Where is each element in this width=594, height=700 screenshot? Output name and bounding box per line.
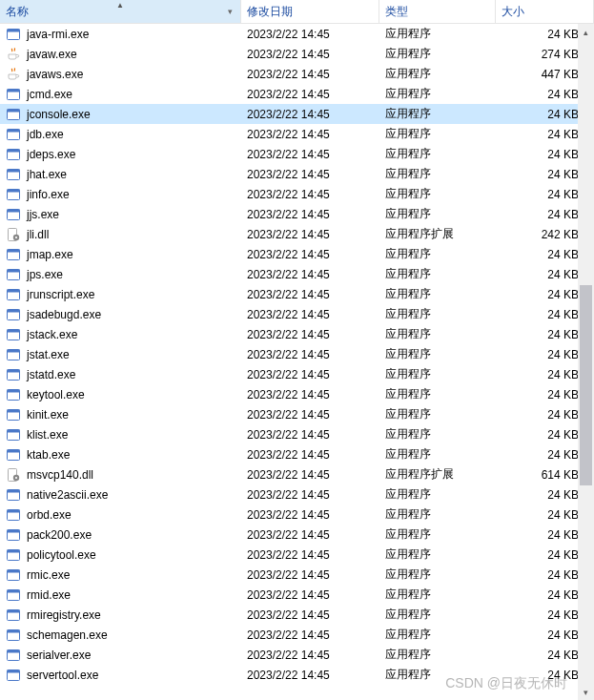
file-rows-container: java-rmi.exe2023/2/22 14:45应用程序24 KB jav… [0,24,594,685]
svg-rect-24 [8,289,20,292]
svg-rect-57 [8,609,20,612]
file-row[interactable]: jinfo.exe2023/2/22 14:45应用程序24 KB [0,184,594,204]
file-row[interactable]: jcmd.exe2023/2/22 14:45应用程序24 KB [0,84,594,104]
file-row[interactable]: jstatd.exe2023/2/22 14:45应用程序24 KB [0,364,594,384]
file-row[interactable]: ktab.exe2023/2/22 14:45应用程序24 KB [0,444,594,464]
file-name-cell[interactable]: kinit.exe [0,407,241,422]
file-row[interactable]: serialver.exe2023/2/22 14:45应用程序24 KB [0,645,594,665]
file-name-cell[interactable]: klist.exe [0,427,241,443]
file-name-cell[interactable]: jdb.exe [0,127,241,142]
file-name-cell[interactable]: orbd.exe [0,507,241,523]
file-row[interactable]: jsadebugd.exe2023/2/22 14:45应用程序24 KB [0,304,594,324]
file-date-cell: 2023/2/22 14:45 [241,649,379,662]
file-name-cell[interactable]: jconsole.exe [0,107,241,122]
app-exe-icon [6,367,21,382]
file-row[interactable]: policytool.exe2023/2/22 14:45应用程序24 KB [0,545,594,565]
file-name-cell[interactable]: jstack.exe [0,327,241,342]
file-name-label: kinit.exe [27,408,69,422]
file-row[interactable]: jmap.exe2023/2/22 14:45应用程序24 KB [0,244,594,264]
file-date-cell: 2023/2/22 14:45 [241,448,379,462]
file-name-cell[interactable]: jstat.exe [0,347,241,362]
file-name-cell[interactable]: jstatd.exe [0,367,241,382]
file-row[interactable]: jps.exe2023/2/22 14:45应用程序24 KB [0,264,594,284]
file-name-cell[interactable]: schemagen.exe [0,628,241,643]
file-row[interactable]: jdb.exe2023/2/22 14:45应用程序24 KB [0,124,594,144]
column-header-date[interactable]: 修改日期 [241,0,379,23]
app-exe-icon [6,527,21,543]
file-row[interactable]: jrunscript.exe2023/2/22 14:45应用程序24 KB [0,284,594,304]
file-name-cell[interactable]: jli.dll [0,227,241,242]
file-name-cell[interactable]: pack200.exe [0,527,241,543]
scroll-up-button[interactable]: ▴ [578,24,594,40]
svg-rect-13 [8,189,20,192]
file-name-cell[interactable]: jsadebugd.exe [0,307,241,322]
file-name-cell[interactable]: rmic.exe [0,567,241,583]
file-name-cell[interactable]: rmid.exe [0,587,241,603]
file-name-cell[interactable]: jinfo.exe [0,187,241,202]
file-date-cell: 2023/2/22 14:45 [241,328,379,341]
file-row[interactable]: servertool.exe2023/2/22 14:45应用程序24 KB [0,665,594,685]
file-name-cell[interactable]: servertool.exe [0,668,241,683]
file-name-label: klist.exe [27,428,68,442]
app-exe-icon [6,567,21,583]
file-name-cell[interactable]: rmiregistry.exe [0,607,241,623]
file-row[interactable]: jdeps.exe2023/2/22 14:45应用程序24 KB [0,144,594,164]
file-name-label: jrunscript.exe [27,288,94,301]
app-exe-icon [6,547,21,563]
file-type-cell: 应用程序 [379,386,496,402]
file-name-cell[interactable]: keytool.exe [0,387,241,402]
file-row[interactable]: rmiregistry.exe2023/2/22 14:45应用程序24 KB [0,605,594,625]
scroll-down-button[interactable]: ▾ [578,684,594,700]
file-name-cell[interactable]: javaw.exe [0,47,241,62]
file-row[interactable]: javaws.exe2023/2/22 14:45应用程序447 KB [0,64,594,84]
file-name-cell[interactable]: jrunscript.exe [0,287,241,302]
file-name-cell[interactable]: msvcp140.dll [0,467,241,483]
scroll-thumb[interactable] [580,285,592,485]
vertical-scrollbar[interactable]: ▴ ▾ [578,24,594,700]
file-row[interactable]: jstat.exe2023/2/22 14:45应用程序24 KB [0,344,594,364]
file-row[interactable]: kinit.exe2023/2/22 14:45应用程序24 KB [0,404,594,424]
file-name-cell[interactable]: java-rmi.exe [0,27,241,42]
file-name-cell[interactable]: javaws.exe [0,67,241,82]
svg-rect-3 [8,89,20,92]
scroll-track[interactable] [578,40,594,684]
file-row[interactable]: java-rmi.exe2023/2/22 14:45应用程序24 KB [0,24,594,44]
file-type-cell: 应用程序 [379,366,496,382]
file-row[interactable]: msvcp140.dll2023/2/22 14:45应用程序扩展614 KB [0,464,594,484]
file-name-cell[interactable]: jcmd.exe [0,87,241,102]
file-row[interactable]: native2ascii.exe2023/2/22 14:45应用程序24 KB [0,484,594,504]
file-name-label: orbd.exe [27,508,72,522]
svg-rect-55 [8,589,20,592]
file-row[interactable]: jli.dll2023/2/22 14:45应用程序扩展242 KB [0,224,594,244]
file-row[interactable]: rmid.exe2023/2/22 14:45应用程序24 KB [0,585,594,605]
file-name-cell[interactable]: jdeps.exe [0,147,241,162]
file-type-cell: 应用程序 [379,26,496,42]
app-exe-icon [6,87,21,102]
file-name-cell[interactable]: native2ascii.exe [0,487,241,503]
file-name-cell[interactable]: jmap.exe [0,247,241,262]
chevron-down-icon[interactable]: ▾ [228,7,235,16]
file-name-cell[interactable]: jjs.exe [0,207,241,222]
file-row[interactable]: rmic.exe2023/2/22 14:45应用程序24 KB [0,565,594,585]
file-name-cell[interactable]: ktab.exe [0,447,241,463]
file-row[interactable]: jhat.exe2023/2/22 14:45应用程序24 KB [0,164,594,184]
app-exe-icon [6,287,21,302]
file-name-cell[interactable]: jps.exe [0,267,241,282]
svg-rect-32 [8,369,20,372]
column-header-type[interactable]: 类型 [379,0,496,23]
file-row[interactable]: klist.exe2023/2/22 14:45应用程序24 KB [0,424,594,444]
file-row[interactable]: jstack.exe2023/2/22 14:45应用程序24 KB [0,324,594,344]
column-header-name[interactable]: 名称 ▲ ▾ [0,0,241,23]
file-name-cell[interactable]: policytool.exe [0,547,241,563]
file-row[interactable]: javaw.exe2023/2/22 14:45应用程序274 KB [0,44,594,64]
file-row[interactable]: jjs.exe2023/2/22 14:45应用程序24 KB [0,204,594,224]
file-date-cell: 2023/2/22 14:45 [241,628,379,642]
file-name-cell[interactable]: serialver.exe [0,648,241,663]
file-row[interactable]: orbd.exe2023/2/22 14:45应用程序24 KB [0,504,594,525]
file-row[interactable]: keytool.exe2023/2/22 14:45应用程序24 KB [0,384,594,404]
file-row[interactable]: schemagen.exe2023/2/22 14:45应用程序24 KB [0,625,594,645]
file-name-cell[interactable]: jhat.exe [0,167,241,182]
column-header-size[interactable]: 大小 [496,0,594,23]
file-row[interactable]: jconsole.exe2023/2/22 14:45应用程序24 KB [0,104,594,124]
file-row[interactable]: pack200.exe2023/2/22 14:45应用程序24 KB [0,525,594,545]
